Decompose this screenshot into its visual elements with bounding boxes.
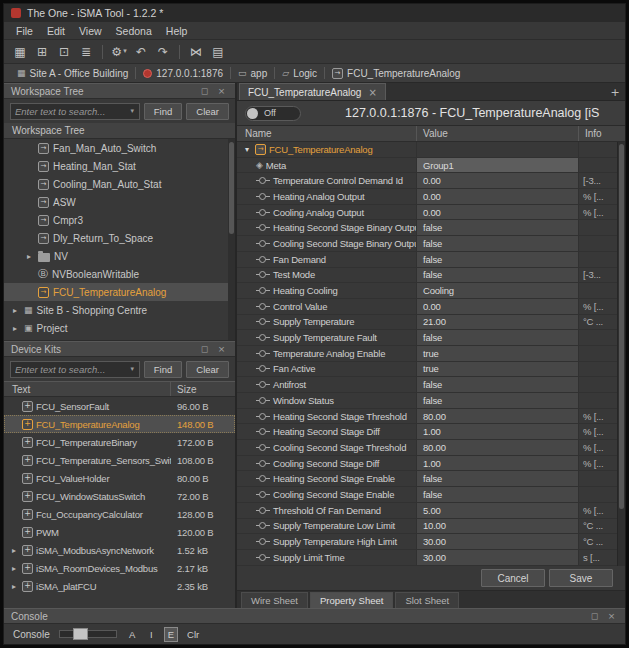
property-row-window-status[interactable]: Window Statusfalse [237, 393, 625, 409]
tree-item-project[interactable]: ▸▣Project [4, 319, 235, 337]
property-value[interactable]: 21.00 [417, 315, 579, 330]
workspace-search-input[interactable] [11, 106, 126, 117]
tree-item-dly-return-to-space[interactable]: Dly_Return_To_Space [4, 229, 235, 247]
property-row-temperature-control-demand-id[interactable]: Temperature Control Demand Id0.00[-3... [237, 173, 625, 189]
tree-item-nv[interactable]: ▸NV [4, 247, 235, 265]
property-row-antifrost[interactable]: Antifrostfalse [237, 377, 625, 393]
property-value[interactable]: 1.00 [417, 456, 579, 471]
property-row-heating-second-stage-enable[interactable]: Heating Second Stage Enablefalse [237, 471, 625, 487]
toolbar-wiresheet-button[interactable]: ⊡ [54, 43, 74, 61]
property-row-heating-cooling[interactable]: Heating CoolingCooling [237, 283, 625, 299]
tree-item-asw[interactable]: ASW [4, 193, 235, 211]
property-value[interactable]: 80.00 [417, 440, 579, 455]
collapse-arrow-icon[interactable]: ▾ [242, 145, 252, 154]
expand-arrow-icon[interactable]: ▸ [10, 306, 20, 315]
expand-arrow-icon[interactable]: ▸ [9, 546, 19, 555]
column-info[interactable]: Info [579, 126, 625, 141]
kit-row-fcu-occupancycalculator[interactable]: Fcu_OccupancyCalculator128.00 B [4, 505, 235, 523]
restore-icon[interactable]: ◻ [588, 611, 601, 621]
property-value[interactable]: 1.00 [417, 424, 579, 439]
property-row-supply-temperature-low-limit[interactable]: Supply Temperature Low Limit10.00°C ... [237, 519, 625, 535]
property-row-meta[interactable]: ◈MetaGroup1 [237, 158, 625, 174]
tab-property-sheet[interactable]: Property Sheet [310, 592, 393, 608]
console-slider-handle[interactable] [73, 628, 88, 640]
expand-arrow-icon[interactable]: ▸ [10, 324, 20, 333]
property-value[interactable]: false [417, 236, 579, 251]
workspace-find-button[interactable]: Find [144, 103, 182, 120]
property-row-supply-limit-time[interactable]: Supply Limit Time30.00s [... [237, 550, 625, 566]
expand-arrow-icon[interactable]: ▸ [24, 252, 34, 261]
property-scrollbar[interactable] [617, 142, 625, 566]
property-value[interactable]: 80.00 [417, 409, 579, 424]
breadcrumb-item-logic[interactable]: ▱Logic [275, 68, 324, 79]
property-value[interactable]: false [417, 220, 579, 235]
property-row-fan-demand[interactable]: Fan Demandfalse [237, 252, 625, 268]
toolbar-link-button[interactable]: ⋈ [186, 43, 206, 61]
property-value[interactable]: Cooling [417, 283, 579, 298]
property-value[interactable]: false [417, 377, 579, 392]
kit-row-fcu-windowstatusswitch[interactable]: FCU_WindowStatusSwitch72.00 B [4, 487, 235, 505]
restore-icon[interactable]: ◻ [198, 344, 211, 354]
tree-item-site-b-shopping-centre[interactable]: ▸▦Site B - Shopping Centre [4, 301, 235, 319]
plus-icon[interactable]: + [607, 85, 623, 100]
property-value[interactable]: false [417, 471, 579, 486]
property-row-cooling-second-stage-diff[interactable]: Cooling Second Stage Diff1.00% [... [237, 456, 625, 472]
tab-fcu-temperatureanalog[interactable]: FCU_TemperatureAnalog × [239, 83, 386, 100]
kits-column-size[interactable]: Size [171, 382, 235, 396]
menu-item-edit[interactable]: Edit [40, 23, 72, 39]
toolbar-list-button[interactable]: ≣ [76, 43, 96, 61]
toolbar-gear-button[interactable]: ⚙▾ [109, 43, 129, 61]
tree-item-cooling-man-auto-stat[interactable]: Cooling_Man_Auto_Stat [4, 175, 235, 193]
property-row-heating-analog-output[interactable]: Heating Analog Output0.00% [... [237, 189, 625, 205]
kit-row-isma-modbusasyncnetwork[interactable]: ▸iSMA_ModbusAsyncNetwork1.52 kB [4, 541, 235, 559]
kits-search-input[interactable] [11, 364, 126, 375]
off-toggle[interactable]: Off [245, 106, 301, 121]
tree-scrollbar-handle[interactable] [229, 142, 234, 234]
breadcrumb-item-127-0-0-1-1876[interactable]: 127.0.0.1:1876 [136, 68, 230, 79]
property-value[interactable]: false [417, 330, 579, 345]
property-row-root[interactable]: ▾FCU_TemperatureAnalog [237, 142, 625, 158]
tree-scrollbar[interactable] [228, 139, 235, 340]
breadcrumb-item-fcu-temperatureanalog[interactable]: FCU_TemperatureAnalog [325, 68, 467, 79]
property-value[interactable]: true [417, 362, 579, 377]
property-value[interactable]: false [417, 268, 579, 283]
property-value[interactable]: 5.00 [417, 503, 579, 518]
close-icon[interactable]: × [368, 87, 376, 98]
toolbar-monitor-button[interactable]: ▦ [10, 43, 30, 61]
property-row-supply-temperature[interactable]: Supply Temperature21.00°C ... [237, 315, 625, 331]
property-row-heating-second-stage-threshold[interactable]: Heating Second Stage Threshold80.00% [..… [237, 409, 625, 425]
chevron-down-icon[interactable]: ▾ [126, 365, 139, 373]
workspace-tree-tab[interactable]: Workspace Tree [4, 123, 235, 139]
property-value[interactable]: false [417, 487, 579, 502]
kit-row-fcu-sensorfault[interactable]: FCU_SensorFault96.00 B [4, 397, 235, 415]
kit-row-isma-platfcu[interactable]: ▸iSMA_platFCU2.35 kB [4, 577, 235, 595]
console-button-a[interactable]: A [126, 627, 139, 642]
toolbar-grid-button[interactable]: ▤ [208, 43, 228, 61]
property-value[interactable]: Group1 [417, 158, 579, 173]
property-row-cooling-second-stage-binary-output[interactable]: Cooling Second Stage Binary Outputfalse [237, 236, 625, 252]
cancel-button[interactable]: Cancel [481, 569, 545, 587]
menu-item-sedona[interactable]: Sedona [109, 23, 159, 39]
toolbar-undo-button[interactable]: ↶ [131, 43, 151, 61]
property-row-control-value[interactable]: Control Value0.00% [... [237, 299, 625, 315]
tab-slot-sheet[interactable]: Slot Sheet [395, 592, 459, 608]
menu-item-view[interactable]: View [72, 23, 109, 39]
property-row-heating-second-stage-binary-output[interactable]: Heating Second Stage Binary Outputfalse [237, 220, 625, 236]
property-value[interactable]: false [417, 252, 579, 267]
property-value[interactable]: 10.00 [417, 519, 579, 534]
console-slider[interactable] [59, 630, 117, 638]
console-button-i[interactable]: I [145, 627, 158, 642]
console-button-e[interactable]: E [164, 627, 178, 642]
menu-item-file[interactable]: File [9, 23, 40, 39]
property-value[interactable]: false [417, 393, 579, 408]
kit-row-fcu-temperatureanalog[interactable]: FCU_TemperatureAnalog148.00 B [4, 415, 235, 433]
kit-row-isma-roomdevices-modbus[interactable]: ▸iSMA_RoomDevices_Modbus2.17 kB [4, 559, 235, 577]
tab-wire-sheet[interactable]: Wire Sheet [241, 592, 308, 608]
property-row-test-mode[interactable]: Test Modefalse[-3... [237, 268, 625, 284]
kits-find-button[interactable]: Find [144, 361, 182, 378]
kit-row-fcu-temperaturebinary[interactable]: FCU_TemperatureBinary172.00 B [4, 433, 235, 451]
workspace-clear-button[interactable]: Clear [186, 103, 229, 120]
restore-icon[interactable]: ◻ [198, 86, 211, 96]
property-value[interactable]: 0.00 [417, 205, 579, 220]
toolbar-windows-button[interactable]: ⊞ [32, 43, 52, 61]
